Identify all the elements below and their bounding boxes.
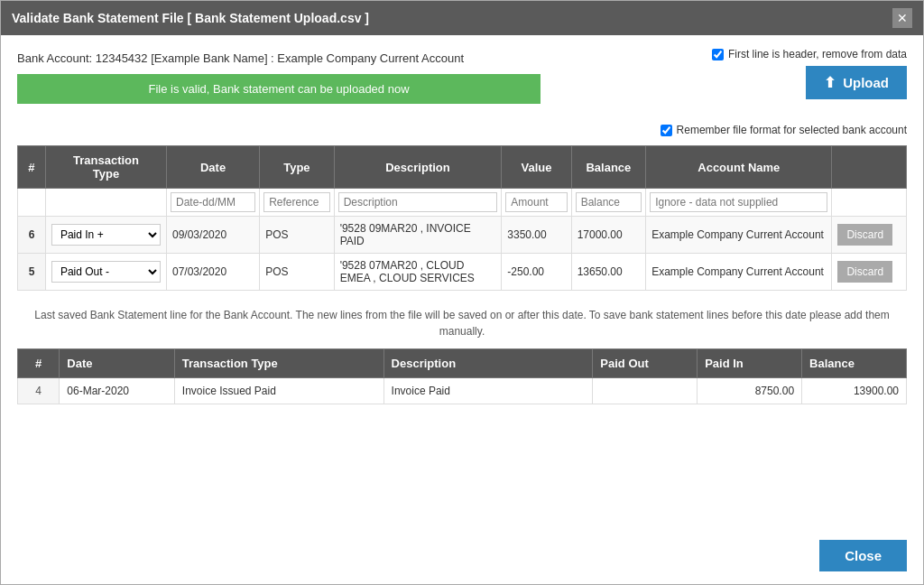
row6-description: '9528 09MAR20 , INVOICE PAID (334, 217, 502, 254)
col-header-transaction-type: TransactionType (45, 146, 166, 189)
modal-title-bar: Validate Bank Statement File [ Bank Stat… (1, 1, 923, 35)
col-header-hash: # (18, 146, 46, 189)
row5-action[interactable]: Discard (832, 254, 907, 291)
filter-value[interactable] (502, 189, 571, 217)
col-header-type: Type (260, 146, 335, 189)
bottom-row4-paid-in: 8750.00 (698, 378, 802, 404)
filter-type[interactable] (260, 189, 335, 217)
modal-close-button[interactable]: ✕ (892, 8, 912, 28)
row5-date: 07/03/2020 (167, 254, 260, 291)
row5-account: Example Company Current Account (646, 254, 832, 291)
filter-action (832, 189, 907, 217)
row6-value: 3350.00 (502, 217, 571, 254)
bottom-col-paid-out: Paid Out (593, 349, 698, 378)
bottom-col-balance: Balance (802, 349, 907, 378)
row6-balance: 17000.00 (571, 217, 646, 254)
bottom-row-num-4: 4 (18, 378, 60, 404)
bottom-col-hash: # (18, 349, 60, 378)
row5-discard-button[interactable]: Discard (837, 261, 892, 283)
list-item: 4 06-Mar-2020 Invoice Issued Paid Invoic… (18, 378, 907, 404)
bottom-col-description: Description (383, 349, 593, 378)
filter-balance[interactable] (571, 189, 646, 217)
bottom-col-paid-in: Paid In (698, 349, 802, 378)
first-line-label: First line is header, remove from data (728, 48, 907, 60)
main-table-header-row: # TransactionType Date Type Description … (18, 146, 907, 189)
bottom-col-transaction-type: Transaction Type (174, 349, 383, 378)
remember-format-checkbox[interactable] (661, 125, 672, 136)
description-filter-input[interactable] (338, 192, 498, 212)
row5-balance: 13650.00 (571, 254, 646, 291)
row5-value: -250.00 (502, 254, 571, 291)
filter-row (18, 189, 907, 217)
modal-title: Validate Bank Statement File [ Bank Stat… (12, 11, 369, 25)
filter-transaction-type (45, 189, 166, 217)
bottom-row4-balance: 13900.00 (802, 378, 907, 404)
modal-body: Bank Account: 12345432 [Example Bank Nam… (1, 35, 923, 531)
upload-button[interactable]: ⬆ Upload (806, 66, 907, 99)
type-filter-input[interactable] (263, 192, 330, 212)
valid-banner: File is valid, Bank statement can be upl… (17, 74, 541, 104)
first-line-checkbox[interactable] (712, 49, 724, 60)
remember-format-text: Remember file format for selected bank a… (677, 124, 907, 136)
row6-type: POS (260, 217, 335, 254)
col-header-value: Value (502, 146, 571, 189)
balance-filter-input[interactable] (576, 192, 642, 212)
date-filter-input[interactable] (171, 192, 255, 212)
main-table: # TransactionType Date Type Description … (17, 145, 907, 291)
row5-transaction-type[interactable]: Paid Out - Paid In + (45, 254, 166, 291)
row-num-5: 5 (18, 254, 46, 291)
row-num-6: 6 (18, 217, 46, 254)
remember-format-label[interactable]: Remember file format for selected bank a… (661, 124, 907, 136)
first-line-header-label[interactable]: First line is header, remove from data (712, 48, 907, 60)
filter-account[interactable] (646, 189, 832, 217)
info-text: Last saved Bank Statement line for the B… (17, 307, 907, 339)
upload-label: Upload (843, 75, 889, 90)
row6-date: 09/03/2020 (167, 217, 260, 254)
col-header-balance: Balance (571, 146, 646, 189)
bottom-row4-description: Invoice Paid (383, 378, 593, 404)
close-button[interactable]: Close (819, 540, 907, 571)
col-header-date: Date (167, 146, 260, 189)
bottom-table-header-row: # Date Transaction Type Description Paid… (18, 349, 907, 378)
filter-date[interactable] (167, 189, 260, 217)
top-row: Bank Account: 12345432 [Example Bank Nam… (17, 48, 907, 113)
filter-hash (18, 189, 46, 217)
col-header-account-name: Account Name (646, 146, 832, 189)
bottom-row4-date: 06-Mar-2020 (60, 378, 174, 404)
row5-description: '9528 07MAR20 , CLOUD EMEA , CLOUD SERVI… (334, 254, 502, 291)
top-right-section: First line is header, remove from data ⬆… (712, 48, 907, 99)
modal-window: Validate Bank Statement File [ Bank Stat… (0, 0, 924, 585)
bottom-col-date: Date (60, 349, 174, 378)
bottom-row4-transaction-type: Invoice Issued Paid (174, 378, 383, 404)
bottom-table: # Date Transaction Type Description Paid… (17, 348, 907, 404)
row5-type: POS (260, 254, 335, 291)
bottom-row4-paid-out (593, 378, 698, 404)
filter-description[interactable] (334, 189, 502, 217)
row6-transaction-type[interactable]: Paid In + Paid Out - (45, 217, 166, 254)
upload-icon: ⬆ (824, 74, 836, 91)
account-filter-input[interactable] (650, 192, 827, 212)
value-filter-input[interactable] (505, 192, 567, 212)
remember-row: Remember file format for selected bank a… (17, 124, 907, 136)
row6-type-select[interactable]: Paid In + Paid Out - (51, 224, 161, 246)
row5-type-select[interactable]: Paid Out - Paid In + (51, 261, 161, 283)
table-row: 5 Paid Out - Paid In + 07/03/2020 POS '9… (18, 254, 907, 291)
account-info-section: Bank Account: 12345432 [Example Bank Nam… (17, 48, 541, 113)
row6-action[interactable]: Discard (832, 217, 907, 254)
table-row: 6 Paid In + Paid Out - 09/03/2020 POS '9… (18, 217, 907, 254)
row6-discard-button[interactable]: Discard (837, 224, 892, 246)
modal-footer: Close (1, 531, 923, 584)
col-header-action (832, 146, 907, 189)
account-info-text: Bank Account: 12345432 [Example Bank Nam… (17, 48, 541, 65)
col-header-description: Description (334, 146, 502, 189)
row6-account: Example Company Current Account (646, 217, 832, 254)
